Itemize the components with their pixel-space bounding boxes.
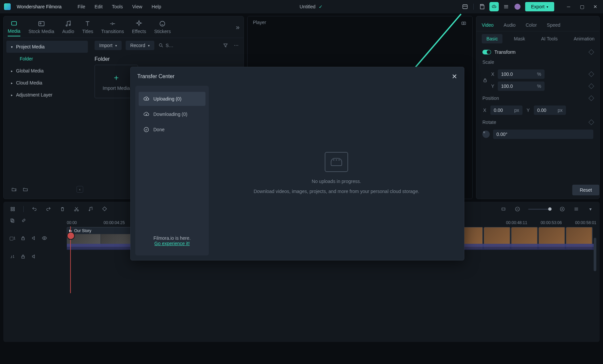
- cloud-transfer-icon[interactable]: [490, 3, 498, 10]
- keyframe-diamond-icon[interactable]: [589, 83, 594, 89]
- menu-view[interactable]: View: [132, 4, 142, 9]
- svg-point-9: [66, 25, 67, 26]
- media-search[interactable]: S…: [158, 43, 173, 48]
- mute-icon[interactable]: [31, 253, 37, 259]
- inspector-tab-audio[interactable]: Audio: [504, 19, 516, 31]
- timeline-vertical-scrollbar[interactable]: [594, 238, 596, 271]
- inspector-subtab-mask[interactable]: Mask: [509, 34, 530, 43]
- modal-tab-done[interactable]: Done: [139, 123, 205, 137]
- modal-tab-downloading[interactable]: Downloading (0): [139, 107, 205, 121]
- timeline-options-icon[interactable]: ▾: [587, 206, 594, 212]
- link-track-icon[interactable]: [21, 217, 27, 223]
- scale-x-input[interactable]: 100.0%: [498, 69, 545, 79]
- redo-icon[interactable]: [45, 206, 52, 212]
- inspector-subtab-basic[interactable]: Basic: [482, 34, 502, 43]
- tree-cloud-media[interactable]: ▸Cloud Media: [6, 77, 88, 89]
- tab-titles[interactable]: Titles: [82, 18, 93, 36]
- svg-rect-16: [484, 80, 486, 82]
- avatar[interactable]: [514, 4, 520, 10]
- tab-transitions[interactable]: Transitions: [101, 18, 124, 36]
- visibility-icon[interactable]: [41, 235, 47, 241]
- tabs-more-icon[interactable]: »: [236, 23, 240, 31]
- filter-icon[interactable]: [222, 42, 229, 49]
- position-x-input[interactable]: 0.00px: [490, 106, 522, 115]
- folder-icon[interactable]: [22, 186, 28, 192]
- reset-button[interactable]: Reset: [572, 185, 599, 195]
- lock-icon[interactable]: [20, 253, 26, 259]
- export-button[interactable]: Export▾: [525, 2, 554, 11]
- promo-link[interactable]: Go experience it!: [139, 241, 205, 246]
- more-dots-icon[interactable]: ⋯: [233, 42, 240, 49]
- video-track-controls: ▢1: [7, 226, 67, 250]
- modal-tab-uploading[interactable]: Uploading (0): [139, 92, 205, 106]
- zoom-out-icon[interactable]: [514, 206, 521, 212]
- menu-file[interactable]: File: [78, 4, 85, 9]
- tab-stickers[interactable]: Stickers: [154, 18, 171, 36]
- svg-rect-20: [13, 209, 14, 211]
- undo-icon[interactable]: [31, 206, 38, 212]
- inspector-subtab-animation[interactable]: Animation: [569, 34, 599, 43]
- transform-toggle[interactable]: [482, 50, 491, 54]
- lock-icon[interactable]: [20, 235, 26, 241]
- scale-y-input[interactable]: 100.0%: [498, 81, 545, 91]
- apps-icon[interactable]: [9, 206, 16, 212]
- tag-icon[interactable]: [101, 206, 108, 212]
- new-folder-icon[interactable]: [11, 186, 17, 192]
- record-dropdown[interactable]: Record▾: [126, 41, 154, 50]
- cut-icon[interactable]: [73, 206, 80, 212]
- layout-icon[interactable]: [461, 3, 469, 10]
- position-y-input[interactable]: 0.00px: [534, 106, 566, 115]
- import-dropdown[interactable]: Import▾: [95, 41, 122, 50]
- playhead-handle[interactable]: [67, 232, 75, 240]
- menu-tools[interactable]: Tools: [112, 4, 123, 9]
- hamburger-icon[interactable]: [502, 3, 510, 10]
- inspector-subtab-aitools[interactable]: AI Tools: [537, 34, 563, 43]
- audio-track-icon[interactable]: ♪1: [9, 253, 15, 259]
- transfer-center-modal: Transfer Center ✕ Uploading (0) Download…: [130, 67, 464, 260]
- timeline-view-icon[interactable]: [573, 206, 580, 212]
- zoom-in-icon[interactable]: [559, 206, 566, 212]
- tree-folder[interactable]: Folder: [6, 53, 88, 65]
- svg-rect-35: [22, 238, 24, 240]
- close-window-icon[interactable]: ✕: [592, 3, 599, 10]
- inspector-tab-speed[interactable]: Speed: [547, 19, 560, 31]
- modal-empty-state: No uploads in progress. Download videos,…: [209, 86, 464, 260]
- tree-adjustment-layer[interactable]: ▸Adjustment Layer: [6, 89, 88, 101]
- delete-icon[interactable]: [59, 206, 66, 212]
- timeline-zoom-slider[interactable]: [528, 209, 552, 210]
- save-icon[interactable]: [478, 3, 486, 10]
- video-track-icon[interactable]: ▢1: [9, 235, 15, 241]
- menu-edit[interactable]: Edit: [95, 4, 103, 9]
- tab-media[interactable]: Media: [8, 18, 20, 36]
- tree-global-media[interactable]: ▸Global Media: [6, 65, 88, 77]
- music-note-icon[interactable]: [87, 206, 94, 212]
- tab-effects[interactable]: Effects: [132, 18, 146, 36]
- app-name: Wondershare Filmora: [17, 4, 61, 9]
- svg-point-39: [144, 127, 149, 132]
- inspector-tab-color[interactable]: Color: [525, 19, 537, 31]
- inspector-tab-video[interactable]: Video: [482, 19, 494, 31]
- copy-track-icon[interactable]: [9, 217, 15, 223]
- keyframe-diamond-icon[interactable]: [589, 120, 594, 125]
- menu-help[interactable]: Help: [152, 4, 161, 9]
- close-icon[interactable]: ✕: [452, 72, 457, 80]
- minimize-icon[interactable]: ─: [565, 3, 572, 10]
- player-title: Player: [253, 20, 266, 26]
- modal-sidebar: Uploading (0) Downloading (0) Done Filmo…: [135, 86, 209, 255]
- empty-line-2: Download videos, images, projects, and m…: [254, 189, 419, 194]
- rotate-input[interactable]: 0.00°: [493, 130, 593, 139]
- search-placeholder: S…: [166, 43, 173, 48]
- snapshot-icon[interactable]: [460, 20, 467, 26]
- tree-project-media[interactable]: ▾Project Media: [6, 41, 88, 53]
- fit-icon[interactable]: [500, 206, 507, 212]
- mute-icon[interactable]: [31, 235, 37, 241]
- maximize-icon[interactable]: ▢: [578, 3, 586, 10]
- collapse-sidebar-icon[interactable]: ‹: [77, 186, 83, 193]
- keyframe-diamond-icon[interactable]: [589, 71, 594, 77]
- tab-stock-media[interactable]: Stock Media: [28, 18, 54, 36]
- keyframe-diamond-icon[interactable]: [589, 96, 594, 101]
- svg-rect-19: [11, 209, 12, 211]
- keyframe-diamond-icon[interactable]: [589, 49, 594, 55]
- rotate-knob[interactable]: [482, 131, 490, 138]
- tab-audio[interactable]: Audio: [62, 18, 74, 36]
